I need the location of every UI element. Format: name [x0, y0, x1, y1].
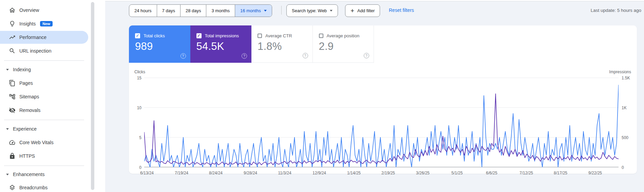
sidebar-item-label: Insights [19, 21, 36, 26]
last-update-text: Last update: 5 hours ago [591, 8, 641, 13]
date-range-16-months[interactable]: 16 months [235, 5, 272, 17]
sidebar-item-url-inspection[interactable]: URL inspection [0, 44, 88, 58]
sidebar-item-https[interactable]: HTTPS [0, 149, 88, 163]
home-icon [9, 7, 16, 14]
lightbulb-icon [9, 20, 16, 27]
help-icon[interactable]: ? [303, 53, 308, 58]
sidebar-section-enhancements[interactable]: Enhancements [0, 168, 88, 180]
sitemap-icon [9, 93, 16, 100]
average-ctr-checkbox[interactable] [258, 34, 262, 38]
date-range-3-months[interactable]: 3 months [206, 5, 234, 17]
sidebar-item-performance[interactable]: Performance [0, 31, 88, 44]
date-range-chip-group: 24 hours 7 days 28 days 3 months 16 mont… [129, 4, 272, 17]
sidebar-item-removals[interactable]: Removals [0, 103, 88, 117]
left-axis-title: Clicks [134, 70, 145, 74]
chip-label: 3 months [211, 8, 229, 13]
sidebar-divider [4, 60, 84, 61]
average-ctr-value: 1.8% [258, 40, 282, 53]
lock-icon [9, 153, 16, 159]
sidebar-section-label: Enhancements [13, 172, 44, 177]
speedometer-icon [9, 139, 16, 146]
search-type-label: Search type: Web [292, 8, 327, 13]
x-axis-label: 12/9/24 [312, 171, 326, 175]
sidebar-section-indexing[interactable]: Indexing [0, 63, 88, 76]
sidebar-section-label: Indexing [13, 67, 31, 72]
x-axis-label: 8/17/25 [554, 171, 567, 175]
chip-label: 16 months [240, 8, 261, 13]
chip-label: 28 days [186, 8, 201, 13]
sidebar-item-label: Pages [19, 80, 33, 86]
left-axis-tick: 10 [131, 105, 141, 110]
total-clicks-checkbox[interactable]: ✓ [135, 33, 140, 38]
average-ctr-card[interactable]: Average CTR 1.8% ? [251, 25, 313, 63]
eye-off-icon [9, 107, 16, 114]
card-label: Average position [327, 33, 360, 38]
x-axis-label: 2/19/25 [381, 171, 395, 175]
x-axis-label: 11/3/24 [278, 171, 291, 175]
toolbar-divider [281, 6, 282, 15]
sidebar-item-label: Breadcrumbs [19, 185, 48, 190]
x-axis-label: 7/12/25 [519, 171, 533, 175]
left-axis-tick: 5 [131, 135, 141, 140]
total-impressions-value: 54.5K [196, 40, 224, 53]
right-axis-title: Impressions [609, 70, 631, 74]
right-axis-tick: 1.5K [622, 76, 632, 80]
chip-label: 7 days [162, 8, 175, 13]
date-range-7-days[interactable]: 7 days [157, 5, 180, 17]
sidebar-item-breadcrumbs[interactable]: Breadcrumbs [0, 181, 88, 192]
chart-plot-svg [144, 78, 619, 167]
x-axis-label: 6/13/24 [140, 171, 154, 175]
timeseries-chart[interactable] [144, 78, 619, 167]
average-position-card[interactable]: Average position 2.9 ? [313, 25, 374, 63]
pages-icon [9, 80, 16, 87]
appbar-bottom-edge [105, 0, 644, 1]
x-axis-label: 9/28/24 [244, 171, 257, 175]
sidebar-item-label: HTTPS [19, 153, 35, 159]
performance-panel: ✓ Total clicks 989 ? ✓ Total impressions… [129, 25, 637, 174]
average-position-checkbox[interactable] [319, 34, 323, 38]
sidebar-scrollbar[interactable] [91, 2, 94, 190]
sidebar-section-label: Experience [13, 126, 37, 132]
sidebar-item-label: Core Web Vitals [19, 140, 54, 145]
add-filter-button[interactable]: + Add filter [345, 4, 380, 17]
sidebar-item-label: Sitemaps [19, 94, 39, 99]
chevron-down-icon [6, 128, 9, 130]
sidebar-divider [4, 120, 84, 120]
help-icon[interactable]: ? [364, 53, 369, 58]
x-axis-label: 3/26/25 [416, 171, 430, 175]
sidebar-section-experience[interactable]: Experience [0, 123, 88, 135]
new-badge: New [40, 21, 53, 26]
average-position-value: 2.9 [319, 40, 334, 53]
total-impressions-card[interactable]: ✓ Total impressions 54.5K ? [190, 25, 252, 63]
help-icon[interactable]: ? [242, 53, 247, 59]
plus-icon: + [351, 7, 354, 14]
add-filter-label: Add filter [357, 8, 375, 13]
search-console-performance-page: Overview Insights New Performance URL in… [0, 0, 644, 192]
sidebar-item-label: Overview [19, 7, 39, 13]
right-axis-tick: 1K [622, 105, 632, 110]
chevron-down-icon [264, 10, 267, 12]
x-axis-label: 7/19/24 [175, 171, 188, 175]
help-icon[interactable]: ? [181, 53, 186, 59]
x-axis-label: 5/1/25 [451, 171, 462, 175]
right-axis-tick: 500 [622, 135, 632, 140]
sidebar-item-insights[interactable]: Insights New [0, 17, 88, 31]
total-clicks-value: 989 [135, 40, 153, 53]
x-axis-label: 8/24/24 [209, 171, 223, 175]
total-clicks-card[interactable]: ✓ Total clicks 989 ? [129, 25, 190, 63]
sidebar-item-pages[interactable]: Pages [0, 76, 88, 90]
sidebar-item-sitemaps[interactable]: Sitemaps [0, 90, 88, 103]
sidebar-item-label: URL inspection [19, 48, 51, 54]
search-icon [9, 47, 16, 54]
x-axis-label: 1/14/25 [347, 171, 361, 175]
search-type-dropdown[interactable]: Search type: Web [286, 4, 338, 17]
total-impressions-checkbox[interactable]: ✓ [196, 33, 202, 38]
date-range-24-hours[interactable]: 24 hours [129, 5, 157, 17]
sidebar-item-core-web-vitals[interactable]: Core Web Vitals [0, 136, 88, 149]
sidebar-item-overview[interactable]: Overview [0, 3, 88, 17]
card-label: Total clicks [144, 33, 165, 38]
date-range-28-days[interactable]: 28 days [180, 5, 206, 17]
x-axis-label: 6/6/25 [486, 171, 497, 175]
reset-filters-link[interactable]: Reset filters [389, 7, 414, 13]
layers-icon [9, 184, 16, 191]
